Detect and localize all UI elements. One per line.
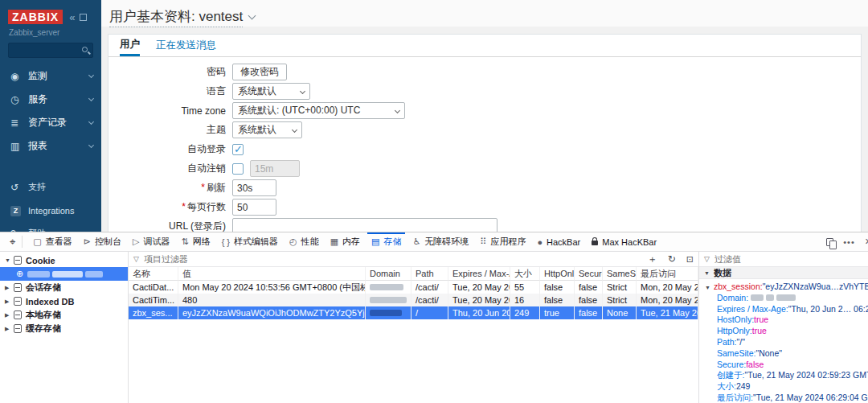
tree-item-indexed-db[interactable]: ▶ Indexed DB (0, 294, 128, 308)
sidebar-collapse-icon[interactable]: « (69, 11, 75, 23)
cookie-row-selected[interactable]: zbx_ses... eyJzZXNzaW9uaWQiOiJhODMwZTY2Y… (129, 306, 698, 319)
column-header[interactable]: 值 (178, 267, 366, 281)
storage-type-icon (14, 256, 22, 265)
devtools-tab-hackbar[interactable]: ●HackBar (531, 232, 586, 252)
detail-entry[interactable]: 大小249 (699, 381, 868, 393)
twisty-closed-icon[interactable]: ▶ (5, 298, 14, 305)
page-title[interactable]: 用户基本资料: ventest (109, 7, 243, 27)
autologout-checkbox[interactable] (232, 163, 244, 175)
filter-funnel-icon: ▽ (704, 255, 710, 263)
column-header[interactable]: 最后访问 (637, 267, 698, 281)
detail-entry[interactable]: SameSite"None" (699, 348, 868, 360)
rows-per-page-input[interactable] (232, 199, 276, 216)
detail-entry[interactable]: ▼zbx_session"eyJzZXNzaW9ua…zVhYTBhIn0%3D (699, 282, 868, 293)
cookie-row[interactable]: CactiTim... 480 /cacti/ Tue, 20 May 2025… (129, 294, 698, 306)
profile-card: 用户 正在发送消息 密码 修改密码 语言 系统默认 Time zone 系统默认… (108, 34, 862, 232)
tree-item-session-storage[interactable]: ▶ 会话存储 (0, 281, 128, 294)
timezone-select[interactable]: 系统默认: (UTC+00:00) UTC (232, 102, 405, 119)
column-header[interactable]: HttpOnly (540, 267, 575, 281)
twisty-closed-icon[interactable]: ▶ (5, 285, 14, 291)
devtools-tab-network[interactable]: ⇅网络 (175, 232, 215, 252)
devtools-tab-console[interactable]: ⊳控制台 (78, 232, 127, 252)
close-icon[interactable]: ✕ (865, 236, 868, 247)
devtools-tab-storage[interactable]: ▤存储 (366, 232, 407, 252)
timezone-label: Time zone (120, 105, 226, 117)
password-label: 密码 (120, 65, 226, 79)
column-header[interactable]: 名称 (129, 267, 178, 281)
theme-select[interactable]: 系统默认 (232, 121, 302, 138)
values-filter-input[interactable]: 过滤值 (714, 253, 741, 265)
column-header[interactable]: SameSite (603, 267, 637, 281)
refresh-input[interactable] (232, 179, 276, 196)
detail-entry[interactable]: Securefalse (699, 360, 868, 371)
accessibility-icon: ♿ (412, 236, 420, 247)
devtools-tab-accessibility[interactable]: ♿无障碍环境 (407, 232, 474, 252)
tree-item-cookie-host[interactable]: ⊕ (0, 267, 128, 281)
responsive-mode-icon[interactable] (826, 238, 833, 246)
tab-messaging[interactable]: 正在发送消息 (156, 35, 216, 56)
element-picker-icon[interactable]: ⌖ (10, 236, 15, 249)
data-section-header[interactable]: ▼ 数据 (699, 267, 868, 279)
sidebar-item-services[interactable]: ◷ 服务 (0, 88, 101, 111)
sidebar-item-support[interactable]: ↺ 支持 (0, 175, 101, 199)
detail-entry[interactable]: Path"/" (699, 337, 868, 348)
variables-view-icon[interactable]: ⊡ (686, 254, 694, 265)
title-chevron-icon[interactable] (248, 12, 256, 20)
tree-item-local-storage[interactable]: ▶ 本地存储 (0, 308, 128, 322)
refresh-label: *刷新 (120, 181, 226, 195)
detail-entry[interactable]: Domain (699, 293, 868, 304)
detail-entry[interactable]: HostOnlytrue (699, 315, 868, 326)
network-icon: ⇅ (181, 236, 188, 247)
detail-entry[interactable]: HttpOnlytrue (699, 326, 868, 337)
autologout-label: 自动注销 (120, 162, 226, 175)
add-item-icon[interactable]: ＋ (648, 253, 657, 266)
chevron-down-icon (88, 95, 94, 101)
detail-entry[interactable]: 最后访问"Tue, 21 May 2024 06:29:04 GMT" (699, 393, 868, 403)
search-icon[interactable] (82, 47, 88, 52)
memory-icon: ▦ (330, 236, 338, 247)
change-password-button[interactable]: 修改密码 (232, 64, 287, 80)
devtools-tab-memory[interactable]: ▦内存 (325, 232, 366, 252)
column-header[interactable]: Domain (366, 267, 411, 281)
sidebar-item-inventory[interactable]: ≣ 资产记录 (0, 111, 101, 134)
sidebar-item-monitoring[interactable]: ◉ 监测 (0, 64, 101, 88)
sidebar-item-integrations[interactable]: Z Integrations (0, 199, 101, 222)
sidebar-search-input[interactable] (8, 43, 93, 58)
zabbix-logo[interactable]: ZABBIX (8, 10, 63, 24)
z-icon: Z (10, 204, 28, 216)
devtools-tab-debugger[interactable]: ▷调试器 (127, 232, 175, 252)
refresh-items-icon[interactable]: ↻ (668, 253, 676, 265)
sidebar-pin-icon[interactable] (80, 14, 87, 21)
application-icon: ⠿ (480, 236, 486, 247)
devtools-tab-max-hackbar[interactable]: Max HacKBar (586, 232, 662, 252)
devtools-tab-style-editor[interactable]: { }样式编辑器 (216, 232, 284, 252)
twisty-open-icon[interactable]: ▼ (5, 257, 14, 263)
autologin-checkbox[interactable] (232, 144, 244, 155)
inspector-icon: ▢ (33, 236, 41, 247)
column-header[interactable]: Secure (575, 267, 603, 281)
detail-entry[interactable]: Expires / Max-Age"Thu, 20 Jun 2… 06:29:0… (699, 304, 868, 315)
stopwatch-icon: ◷ (10, 94, 28, 105)
devtools-menu-icon[interactable]: ••• (843, 237, 855, 247)
sidebar-footer-nav: ↺ 支持 Z Integrations ? 帮助 (0, 175, 101, 232)
twisty-closed-icon[interactable]: ▶ (5, 326, 14, 332)
detail-entry[interactable]: 创建于"Tue, 21 May 2024 02:59:23 GMT" (699, 370, 868, 381)
tree-item-cache-storage[interactable]: ▶ 缓存存储 (0, 322, 128, 335)
column-header[interactable]: Path (411, 267, 448, 281)
language-select[interactable]: 系统默认 (232, 83, 310, 100)
devtools-tab-application[interactable]: ⠿应用程序 (474, 232, 531, 252)
chevron-down-icon (300, 88, 305, 94)
url-after-login-input[interactable] (232, 218, 497, 232)
sidebar-item-reports[interactable]: ▥ 报表 (0, 134, 101, 158)
devtools-tab-inspector[interactable]: ▢查看器 (27, 232, 77, 252)
autologout-input[interactable] (250, 160, 300, 177)
eye-icon: ◉ (10, 71, 28, 82)
tree-item-cookie[interactable]: ▼ Cookie (0, 253, 128, 267)
column-header[interactable]: Expires / Max-Age (448, 267, 510, 281)
items-filter-input[interactable]: 项目过滤器 (144, 253, 188, 265)
column-header[interactable]: 大小 (510, 267, 540, 281)
devtools-tab-performance[interactable]: ◴性能 (284, 232, 325, 252)
twisty-closed-icon[interactable]: ▶ (5, 312, 14, 319)
tab-user[interactable]: 用户 (120, 35, 140, 56)
cookie-row[interactable]: CactiDat... Mon May 20 2024 10:53:56 GMT… (129, 281, 698, 294)
